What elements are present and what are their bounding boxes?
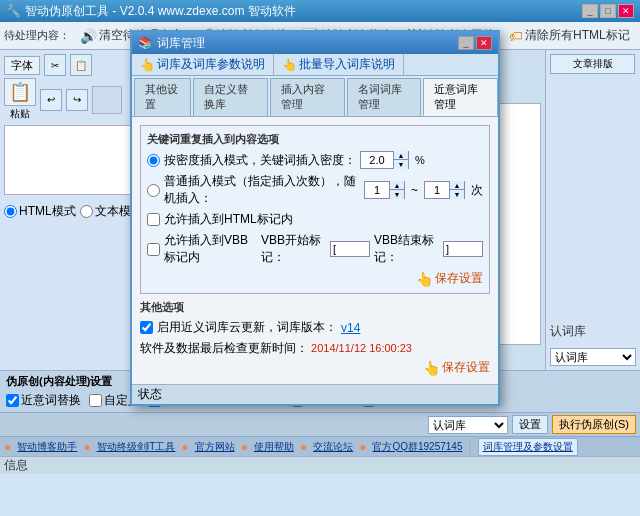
- other-options-title: 其他选项: [140, 300, 490, 315]
- count-max-arrows: ▲ ▼: [449, 181, 464, 199]
- count-min-down[interactable]: ▼: [390, 190, 404, 199]
- count-min-arrows: ▲ ▼: [389, 181, 404, 199]
- normal-mode-row: 普通插入模式（指定插入次数），随机插入： ▲ ▼ ~: [147, 173, 483, 207]
- allow-html-tags-label: 允许插入到HTML标记内: [164, 211, 293, 228]
- modal-tab-nav: 👆 词库及词库参数说明 👆 批量导入词库说明: [132, 54, 498, 76]
- update-time-row: 软件及数据最后检查更新时间： 2014/11/12 16:00:23: [140, 340, 490, 357]
- density-value-spinner[interactable]: ▲ ▼: [360, 151, 409, 169]
- modal-title-icon: 📚: [138, 36, 153, 50]
- modal-title-buttons: _ ✕: [458, 36, 492, 50]
- hand-icon-2: 👆: [282, 58, 297, 72]
- modal-title-text: 词库管理: [157, 35, 205, 52]
- tilde-label: ~: [411, 183, 418, 197]
- modal-title-content: 📚 词库管理: [138, 35, 205, 52]
- keyword-insert-title: 关键词重复插入到内容选项: [147, 132, 483, 147]
- tab-other-settings[interactable]: 其他设置: [134, 78, 191, 116]
- count-max-down[interactable]: ▼: [450, 190, 464, 199]
- tab-custom-replace[interactable]: 自定义替换库: [193, 78, 268, 116]
- modal-title-bar: 📚 词库管理 _ ✕: [132, 32, 498, 54]
- density-down-arrow[interactable]: ▼: [394, 160, 408, 169]
- save-hand-icon-2: 👆: [423, 360, 440, 376]
- vbb-start-label: VBB开始标记：: [261, 232, 326, 266]
- update-time-label: 软件及数据最后检查更新时间：: [140, 341, 308, 355]
- tab-near-synonym-library[interactable]: 近意词库管理: [423, 78, 498, 116]
- modal-tab-nav-library-explain[interactable]: 👆 词库及词库参数说明: [132, 54, 274, 75]
- insert-count-max-spinner[interactable]: ▲ ▼: [424, 181, 465, 199]
- update-time-value: 2014/11/12 16:00:23: [311, 342, 412, 354]
- cloud-update-row: 启用近义词库云更新，词库版本： v14: [140, 319, 490, 336]
- save-settings-button-2[interactable]: 👆 保存设置: [140, 359, 490, 376]
- keyword-insert-section: 关键词重复插入到内容选项 按密度插入模式，关键词插入密度： ▲ ▼ %: [140, 125, 490, 294]
- save-settings-button-1[interactable]: 👆 保存设置: [147, 270, 483, 287]
- density-percent-label: %: [415, 154, 425, 166]
- modal-dialog: 📚 词库管理 _ ✕ 👆 词库及词库参数说明 👆 批量导入词库说明: [130, 30, 500, 406]
- modal-close-button[interactable]: ✕: [476, 36, 492, 50]
- hand-icon-1: 👆: [140, 58, 155, 72]
- density-up-arrow[interactable]: ▲: [394, 151, 408, 160]
- vbb-end-input[interactable]: [443, 241, 483, 257]
- density-mode-radio[interactable]: [147, 154, 160, 167]
- modal-tabs: 其他设置 自定义替换库 插入内容管理 名词词库管理 近意词库管理: [132, 76, 498, 117]
- count-unit-label: 次: [471, 182, 483, 199]
- normal-mode-label: 普通插入模式（指定插入次数），随机插入：: [164, 173, 360, 207]
- vbb-end-label: VBB结束标记：: [374, 232, 439, 266]
- density-mode-row: 按密度插入模式，关键词插入密度： ▲ ▼ %: [147, 151, 483, 169]
- insert-count-max-input[interactable]: [425, 182, 449, 198]
- density-arrows: ▲ ▼: [393, 151, 408, 169]
- count-max-up[interactable]: ▲: [450, 181, 464, 190]
- allow-html-tags-check[interactable]: [147, 213, 160, 226]
- allow-vbb-tags-check[interactable]: [147, 243, 160, 256]
- allow-vbb-tags-row: 允许插入到VBB标记内 VBB开始标记： VBB结束标记：: [147, 232, 483, 266]
- cloud-update-check[interactable]: [140, 321, 153, 334]
- tab-noun-library[interactable]: 名词词库管理: [347, 78, 422, 116]
- modal-status-bar: 状态: [132, 384, 498, 404]
- density-mode-label: 按密度插入模式，关键词插入密度：: [164, 152, 356, 169]
- save-hand-icon-1: 👆: [416, 271, 433, 287]
- normal-mode-radio[interactable]: [147, 184, 160, 197]
- count-min-up[interactable]: ▲: [390, 181, 404, 190]
- modal-body: 关键词重复插入到内容选项 按密度插入模式，关键词插入密度： ▲ ▼ %: [132, 117, 498, 384]
- density-value-input[interactable]: [361, 152, 393, 168]
- allow-html-tags-row: 允许插入到HTML标记内: [147, 211, 483, 228]
- insert-count-min-input[interactable]: [365, 182, 389, 198]
- allow-vbb-tags-label: 允许插入到VBB标记内: [164, 232, 257, 266]
- modal-minimize-button[interactable]: _: [458, 36, 474, 50]
- modal-overlay: 📚 词库管理 _ ✕ 👆 词库及词库参数说明 👆 批量导入词库说明: [0, 0, 640, 516]
- version-link[interactable]: v14: [341, 321, 360, 335]
- modal-status-label: 状态: [138, 386, 162, 403]
- app-container: 🔧 智动伪原创工具 - V2.0.4 www.zdexe.com 智动软件 _ …: [0, 0, 640, 516]
- modal-tab-nav-batch-import[interactable]: 👆 批量导入词库说明: [274, 54, 404, 75]
- insert-count-min-spinner[interactable]: ▲ ▼: [364, 181, 405, 199]
- tab-insert-content[interactable]: 插入内容管理: [270, 78, 345, 116]
- vbb-start-input[interactable]: [330, 241, 370, 257]
- cloud-update-label: 启用近义词库云更新，词库版本：: [157, 319, 337, 336]
- other-options-section: 其他选项 启用近义词库云更新，词库版本： v14 软件及数据最后检查更新时间： …: [140, 300, 490, 376]
